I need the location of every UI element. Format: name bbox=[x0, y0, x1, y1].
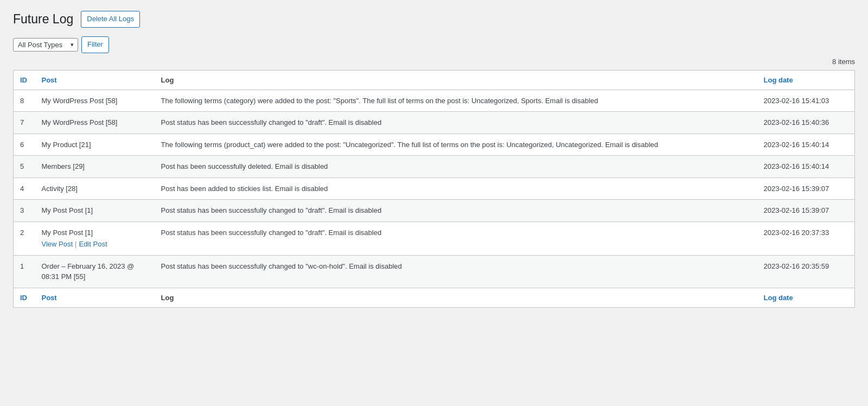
cell-post: My Product [21] bbox=[35, 134, 155, 156]
col-footer-logdate: Log date bbox=[757, 288, 855, 307]
log-table: ID Post Log Log date 8My WordPress Post … bbox=[13, 70, 855, 308]
col-header-logdate: Log date bbox=[757, 70, 855, 90]
cell-id: 5 bbox=[14, 156, 35, 178]
cell-post: My WordPress Post [58] bbox=[35, 90, 155, 112]
cell-id: 3 bbox=[14, 200, 35, 222]
cell-post: Members [29] bbox=[35, 156, 155, 178]
cell-id: 2 bbox=[14, 221, 35, 255]
cell-id: 1 bbox=[14, 255, 35, 288]
cell-logdate: 2023-02-16 15:40:36 bbox=[757, 112, 855, 134]
cell-id: 8 bbox=[14, 90, 35, 112]
post-type-select-wrapper: All Post TypesPostPageProductOrder ▾ bbox=[13, 38, 78, 52]
action-separator: | bbox=[75, 239, 76, 250]
page-header: Future Log Delete All Logs bbox=[13, 11, 855, 28]
cell-log: Post status has been successfully change… bbox=[155, 255, 757, 288]
filter-button[interactable]: Filter bbox=[81, 36, 109, 53]
view-post-link[interactable]: View Post bbox=[42, 239, 73, 250]
cell-log: The following terms (product_cat) were a… bbox=[155, 134, 757, 156]
col-header-log: Log bbox=[155, 70, 757, 90]
table-row: 8My WordPress Post [58]The following ter… bbox=[14, 90, 855, 112]
cell-post: My Post Post [1] bbox=[35, 200, 155, 222]
cell-logdate: 2023-02-16 20:35:59 bbox=[757, 255, 855, 288]
cell-log: Post has been added to stickies list. Em… bbox=[155, 177, 757, 200]
table-row: 4Activity [28]Post has been added to sti… bbox=[14, 177, 855, 200]
table-row: 1Order – February 16, 2023 @ 08:31 PM [5… bbox=[14, 255, 855, 288]
cell-log: Post status has been successfully change… bbox=[155, 112, 757, 134]
table-row: 5Members [29]Post has been successfully … bbox=[14, 156, 855, 178]
cell-logdate: 2023-02-16 15:41:03 bbox=[757, 90, 855, 112]
table-header: ID Post Log Log date bbox=[14, 70, 855, 90]
page-title: Future Log bbox=[13, 12, 73, 27]
cell-logdate: 2023-02-16 20:37:33 bbox=[757, 221, 855, 255]
table-body: 8My WordPress Post [58]The following ter… bbox=[14, 90, 855, 288]
edit-post-link[interactable]: Edit Post bbox=[79, 239, 107, 250]
cell-id: 7 bbox=[14, 112, 35, 134]
col-footer-log: Log bbox=[155, 288, 757, 307]
cell-id: 4 bbox=[14, 177, 35, 200]
col-footer-post: Post bbox=[35, 288, 155, 307]
table-footer: ID Post Log Log date bbox=[14, 288, 855, 307]
delete-all-logs-button[interactable]: Delete All Logs bbox=[81, 11, 140, 28]
cell-logdate: 2023-02-16 15:39:07 bbox=[757, 177, 855, 200]
table-row: 7My WordPress Post [58]Post status has b… bbox=[14, 112, 855, 134]
table-row: 2My Post Post [1]View Post | Edit PostPo… bbox=[14, 221, 855, 255]
cell-id: 6 bbox=[14, 134, 35, 156]
cell-log: The following terms (category) were adde… bbox=[155, 90, 757, 112]
cell-logdate: 2023-02-16 15:40:14 bbox=[757, 134, 855, 156]
cell-post: Order – February 16, 2023 @ 08:31 PM [55… bbox=[35, 255, 155, 288]
cell-post: My WordPress Post [58] bbox=[35, 112, 155, 134]
filter-bar: All Post TypesPostPageProductOrder ▾ Fil… bbox=[13, 36, 855, 53]
col-header-id: ID bbox=[14, 70, 35, 90]
cell-log: Post status has been successfully change… bbox=[155, 200, 757, 222]
cell-log: Post has been successfully deleted. Emai… bbox=[155, 156, 757, 178]
cell-logdate: 2023-02-16 15:39:07 bbox=[757, 200, 855, 222]
cell-log: Post status has been successfully change… bbox=[155, 221, 757, 255]
col-header-post: Post bbox=[35, 70, 155, 90]
table-row: 6My Product [21]The following terms (pro… bbox=[14, 134, 855, 156]
cell-post: Activity [28] bbox=[35, 177, 155, 200]
cell-logdate: 2023-02-16 15:40:14 bbox=[757, 156, 855, 178]
table-row: 3My Post Post [1]Post status has been su… bbox=[14, 200, 855, 222]
cell-post: My Post Post [1]View Post | Edit Post bbox=[35, 221, 155, 255]
col-footer-id: ID bbox=[14, 288, 35, 307]
post-type-select[interactable]: All Post TypesPostPageProductOrder bbox=[13, 38, 78, 52]
items-count: 8 items bbox=[13, 58, 855, 66]
